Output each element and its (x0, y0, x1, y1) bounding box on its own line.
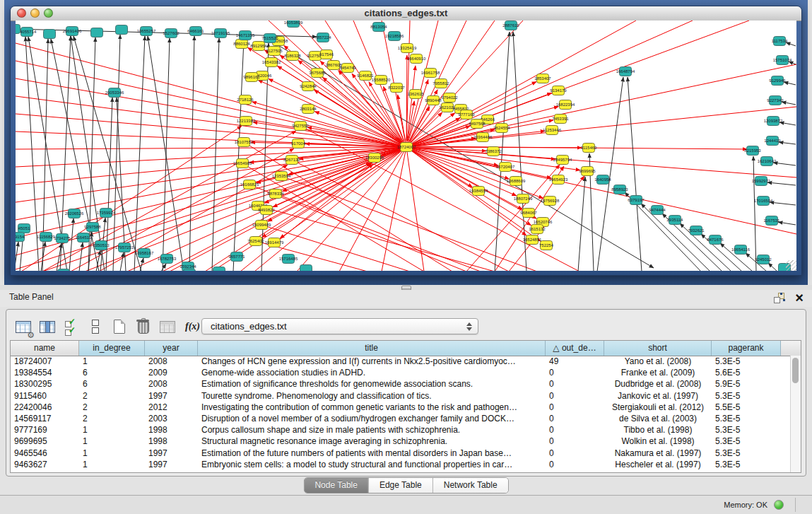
graph-node[interactable]: 15992971 (752, 177, 771, 186)
graph-node[interactable]: 14671355 (236, 31, 255, 40)
graph-node[interactable]: 16914479 (265, 238, 284, 247)
close-panel-icon[interactable]: × (795, 289, 804, 306)
graph-node[interactable]: 9127505 (266, 47, 283, 56)
table-scrollbar[interactable] (790, 356, 801, 472)
table-row[interactable]: 1872400712008Changes of HCN gene express… (11, 356, 791, 367)
table-row[interactable]: 969969511998Structural magnetic resonanc… (11, 436, 791, 447)
graph-node[interactable]: 8215953 (744, 146, 761, 156)
network-window-titlebar[interactable]: citations_edges.txt (11, 6, 801, 21)
network-canvas[interactable]: 1872400718300295886012489129541822605891… (16, 21, 796, 271)
column-header[interactable]: in_degree (79, 341, 145, 356)
graph-node[interactable]: 20053346 (105, 88, 124, 98)
graph-node[interactable] (44, 30, 56, 39)
column-header[interactable]: year (145, 341, 198, 356)
graph-node[interactable]: 8813054 (370, 23, 387, 32)
graph-node[interactable]: 5878334 (267, 189, 284, 199)
graph-node[interactable]: 1167531 (764, 216, 781, 226)
graph-node[interactable]: 12093872 (764, 117, 783, 126)
graph-node[interactable]: 9896161 (243, 73, 260, 82)
graph-node[interactable]: 10655257 (137, 27, 156, 36)
select-all-columns-icon[interactable]: ✓✓ (62, 317, 81, 336)
graph-node[interactable]: 9129946 (769, 76, 786, 86)
graph-node[interactable]: 19166825 (240, 180, 259, 189)
minimize-window-button[interactable] (30, 8, 40, 18)
graph-node[interactable]: 7386372 (485, 147, 502, 156)
column-header[interactable]: short (604, 341, 712, 356)
graph-node[interactable]: 9115460 (581, 144, 598, 153)
graph-node[interactable]: 16210643 (758, 157, 777, 166)
float-panel-icon[interactable] (774, 293, 784, 303)
graph-node[interactable]: 10688609 (507, 177, 526, 186)
graph-node[interactable]: 28495794 (553, 156, 572, 165)
graph-node[interactable]: 15751074 (773, 56, 792, 65)
graph-node[interactable]: 3675685 (309, 69, 326, 78)
graph-node[interactable]: 917546 (319, 50, 334, 59)
graph-node[interactable]: 7515526 (261, 34, 278, 43)
table-row[interactable]: 946362711997Embryonic stem cells: a mode… (11, 459, 791, 470)
zoom-window-button[interactable] (44, 8, 53, 18)
resize-grip-icon[interactable] (786, 260, 796, 271)
graph-node[interactable]: 1244419 (764, 136, 781, 146)
graph-node[interactable]: 6497568 (469, 119, 486, 129)
table-row[interactable]: 1830029562008Estimation of significance … (11, 378, 791, 390)
close-window-button[interactable] (17, 8, 26, 18)
graph-node[interactable]: 15716485 (279, 255, 298, 264)
table-row[interactable]: 977716911998Corpus callosum shape and si… (11, 424, 791, 436)
graph-node[interactable]: 11156829 (37, 233, 55, 242)
graph-node[interactable]: 16099489 (252, 221, 271, 230)
graph-node[interactable]: 1164519 (76, 233, 93, 243)
delete-table-icon[interactable] (134, 317, 153, 336)
table-row[interactable]: 911546021997Tourette syndrome. Phenomeno… (11, 390, 791, 402)
table-row[interactable]: 946554611997Estimation of the future num… (11, 448, 791, 459)
graph-node[interactable]: 7625402 (247, 237, 264, 246)
graph-node[interactable] (58, 269, 70, 271)
graph-node[interactable]: 917004 (291, 139, 306, 148)
table-select-dropdown[interactable]: citations_edges.txt (201, 318, 478, 334)
graph-node[interactable]: 16053809 (284, 21, 303, 28)
graph-node[interactable]: 12353594 (272, 172, 291, 181)
graph-node[interactable]: 39154 (16, 233, 25, 242)
graph-node[interactable]: 7857224 (314, 33, 331, 42)
graph-node[interactable]: 16543382 (262, 58, 281, 67)
network-view-window[interactable]: citations_edges.txt 18724007183002958860… (10, 6, 802, 276)
graph-node[interactable]: 6466161 (187, 27, 204, 36)
graph-node[interactable]: 2935114 (667, 216, 684, 225)
graph-node[interactable]: 9699695 (579, 167, 596, 176)
tab-network-table[interactable]: Network Table (433, 478, 508, 493)
new-table-icon[interactable] (110, 317, 129, 336)
graph-node[interactable] (91, 28, 103, 37)
graph-node[interactable]: 15588520 (372, 76, 391, 85)
graph-node[interactable]: 10654116 (731, 245, 751, 255)
graph-node[interactable]: 1615132 (529, 225, 546, 234)
graph-node[interactable]: 9684067 (520, 209, 537, 218)
graph-node[interactable]: 7932621 (688, 226, 705, 235)
graph-node[interactable] (16, 25, 20, 34)
graph-node[interactable]: 1640954 (594, 175, 611, 185)
graph-node[interactable]: 17957253 (115, 243, 134, 252)
graph-node[interactable]: 9474444 (649, 206, 666, 215)
graph-node[interactable] (184, 269, 196, 271)
graph-node[interactable]: 20691406 (63, 27, 82, 36)
graph-node[interactable]: 18107552 (235, 138, 254, 147)
graph-node[interactable]: 10719195 (211, 29, 230, 38)
graph-node[interactable]: 9657771 (228, 252, 245, 262)
graph-node[interactable]: 752254 (539, 241, 554, 250)
graph-node[interactable]: 9134179 (550, 86, 567, 95)
graph-node[interactable]: 9777169 (458, 110, 475, 119)
graph-node[interactable]: 8322037 (388, 83, 405, 93)
graph-node[interactable]: 17016504 (754, 197, 773, 206)
row-height-icon[interactable] (86, 317, 105, 336)
graph-node[interactable]: 1117534 (772, 37, 788, 46)
column-header[interactable]: name (11, 341, 79, 356)
graph-node[interactable]: 8958923 (611, 185, 628, 194)
show-column-icon[interactable] (38, 317, 57, 336)
graph-node[interactable]: 8471676 (707, 235, 724, 245)
graph-node[interactable]: 8860124 (233, 40, 250, 49)
graph-node[interactable]: 16648794 (616, 67, 635, 76)
graph-node[interactable]: 9227343 (767, 96, 784, 105)
table-row[interactable]: 2242004622012Investigating the contribut… (11, 402, 791, 413)
graph-node[interactable] (116, 25, 128, 35)
graph-node[interactable]: 16640910 (407, 54, 426, 64)
graph-node[interactable]: 7453391 (552, 115, 569, 124)
graph-node[interactable]: 9245012 (755, 255, 772, 264)
